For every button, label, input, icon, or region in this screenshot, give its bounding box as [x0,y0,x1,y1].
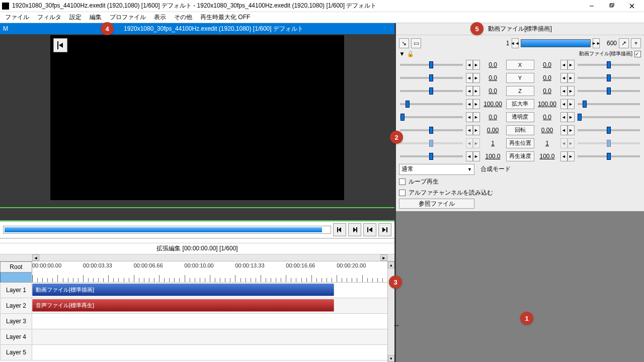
inc-right[interactable]: ► [568,60,575,70]
clip-audio[interactable]: 音声ファイル[標準再生] [32,299,334,312]
inc-right[interactable]: ► [568,112,575,122]
slider-right[interactable] [578,116,640,118]
hscroll-left[interactable]: ◄ [32,254,39,261]
dec-left[interactable]: ◄ [466,125,473,135]
menu-other[interactable]: その他 [170,12,196,23]
inc-left[interactable]: ► [473,112,480,122]
timeline-hscroll[interactable]: ◄ ► [0,254,394,261]
value-left[interactable]: 0.0 [482,87,504,95]
inc-left[interactable]: ► [473,73,480,83]
value-right[interactable]: 0.00 [536,127,558,134]
value-right[interactable]: 0.0 [536,74,558,81]
menu-file[interactable]: ファイル [1,12,33,23]
param-name-button[interactable]: 透明度 [506,112,534,122]
menu-filter[interactable]: フィルタ [33,12,65,23]
dec-right[interactable]: ◄ [560,60,568,70]
inc-right[interactable]: ► [568,151,575,161]
slider-right[interactable] [578,77,640,79]
param-name-button[interactable]: 拡大率 [506,99,534,109]
track-enable-checkbox[interactable] [634,51,641,57]
dec-right[interactable]: ◄ [560,99,568,109]
param-name-button[interactable]: X [506,60,534,70]
maximize-button[interactable] [602,1,622,12]
inc-left[interactable]: ► [473,99,480,109]
frame-first-button[interactable]: ◄◄ [512,38,519,48]
clip-video[interactable]: 動画ファイル[標準描画] [32,284,334,296]
slider-right[interactable] [578,103,640,105]
param-name-button[interactable]: 再生速度 [506,151,534,161]
param-name-button[interactable]: Y [506,73,534,83]
slider-left[interactable] [400,116,463,118]
dec-right[interactable]: ◄ [560,73,568,83]
seek-slider[interactable] [3,226,331,234]
slider-right[interactable] [578,129,640,131]
inc-left[interactable]: ► [473,138,480,148]
dec-left[interactable]: ◄ [466,73,473,83]
slider-left[interactable] [400,77,463,79]
value-left[interactable]: 0.00 [482,127,504,134]
dec-right[interactable]: ◄ [560,125,568,135]
close-button[interactable] [622,1,642,12]
frame-detach-icon[interactable]: ↗ [619,38,629,48]
slider-left[interactable] [400,90,463,92]
param-name-button[interactable]: 回転 [506,125,534,135]
dec-right[interactable]: ◄ [560,112,568,122]
slider-left[interactable] [400,155,463,157]
vscroll-up[interactable]: ▴ [388,261,394,268]
layer-header-2[interactable]: Layer 2 [0,298,32,314]
go-end-button[interactable] [378,223,391,236]
collapse-icon[interactable]: ▼ [399,50,405,57]
inc-right[interactable]: ► [568,99,575,109]
dec-right[interactable]: ◄ [560,151,568,161]
frame-add-icon[interactable]: + [631,38,641,48]
timeline-tracks[interactable]: 00:00:00.0000:00:03.3300:00:06.6600:00:1… [32,261,387,362]
param-name-button[interactable]: 再生位置 [506,138,534,148]
value-right[interactable]: 100.0 [536,153,558,160]
value-left[interactable]: 100.00 [482,101,504,108]
minimize-button[interactable] [582,1,602,12]
value-right[interactable]: 0.0 [536,61,558,68]
slider-left[interactable] [400,103,463,105]
root-button[interactable]: Root [0,261,32,273]
scene-thumbnails[interactable] [0,273,32,283]
toggle-anchor-icon[interactable]: ↘ [399,38,409,48]
menu-play-maximize[interactable]: 再生時最大化 OFF [196,12,254,23]
dec-right[interactable]: ◄ [560,138,568,148]
reference-file-button[interactable]: 参照ファイル [399,199,474,209]
value-left[interactable]: 0.0 [482,61,504,68]
lock-icon[interactable]: 🔓 [407,51,414,57]
inc-left[interactable]: ► [473,86,480,96]
go-start-button[interactable] [363,223,376,236]
value-right[interactable]: 0.0 [536,87,558,95]
horizontal-splitter[interactable] [0,238,394,243]
layer-header-3[interactable]: Layer 3 [0,314,32,329]
dec-right[interactable]: ◄ [560,86,568,96]
menu-settings[interactable]: 設定 [65,12,86,23]
slider-left[interactable] [400,64,463,66]
time-ruler[interactable]: 00:00:00.0000:00:03.3300:00:06.6600:00:1… [32,261,387,283]
inc-left[interactable]: ► [473,60,480,70]
slider-left[interactable] [400,129,463,131]
inc-right[interactable]: ► [568,73,575,83]
step-back-button[interactable] [333,223,346,236]
hscroll-right[interactable]: ► [380,254,387,261]
home-icon[interactable] [53,38,67,52]
dec-left[interactable]: ◄ [466,151,473,161]
frame-slider[interactable] [521,39,591,47]
blend-mode-select[interactable]: 通常 [399,164,474,175]
value-left[interactable]: 1 [482,140,504,147]
slider-right[interactable] [578,142,640,144]
toggle-clip-icon[interactable]: ▭ [411,38,421,48]
dec-left[interactable]: ◄ [466,99,473,109]
slider-left[interactable] [400,142,463,144]
param-name-button[interactable]: Z [506,86,534,96]
vscroll-down[interactable]: ▾ [388,355,394,362]
dec-left[interactable]: ◄ [466,60,473,70]
value-right[interactable]: 1 [536,140,558,147]
loop-checkbox[interactable] [399,178,406,185]
slider-right[interactable] [578,155,640,157]
value-right[interactable]: 0.0 [536,114,558,121]
inc-left[interactable]: ► [473,151,480,161]
inc-right[interactable]: ► [568,138,575,148]
dec-left[interactable]: ◄ [466,112,473,122]
